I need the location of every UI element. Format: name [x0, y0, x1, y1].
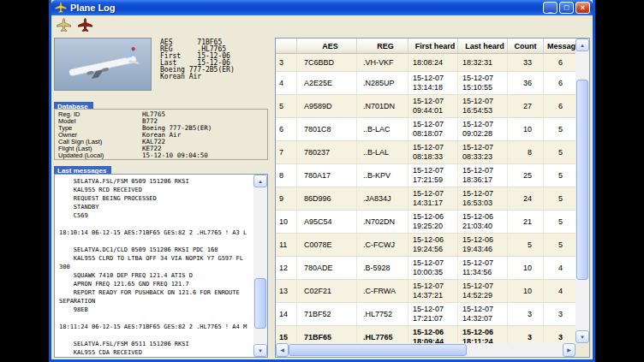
table-vscroll-thumb[interactable] — [576, 80, 588, 281]
cell-count: 10 — [508, 280, 544, 302]
column-header-last-heard[interactable]: Last heard — [458, 39, 508, 53]
window-controls: _ □ × — [541, 2, 590, 14]
table-body: 37C6BBD.VH-VKF18:08:2418:32:313364A2E25E… — [276, 54, 575, 343]
cell-message-count: 5 — [544, 211, 575, 233]
database-field-label: Updated (Local) — [58, 152, 142, 159]
column-header-first-heard[interactable]: First heard — [408, 39, 458, 53]
cell-first-heard: 15-12-07 13:14:18 — [408, 72, 458, 94]
table-row[interactable]: 37C6BBD.VH-VKF18:08:2418:32:31336 — [276, 54, 575, 72]
column-header-aes[interactable]: AES — [297, 39, 357, 53]
minimize-button[interactable]: _ — [543, 2, 558, 14]
messages-scroll-thumb[interactable] — [254, 278, 266, 329]
cell-row-number: 5 — [276, 95, 297, 117]
table-row[interactable]: 4A2E25E.N285UP15-12-07 13:14:1815-12-07 … — [276, 72, 575, 95]
scroll-down-arrow-icon[interactable]: ▼ — [253, 344, 267, 357]
cell-aes: 71BF52 — [297, 303, 357, 325]
cell-row-number: 13 — [276, 280, 297, 302]
aircraft-photo — [54, 38, 152, 91]
cell-first-heard: 15-12-06 19:24:56 — [408, 234, 458, 256]
table-row[interactable]: 8780A17..B-KPV15-12-07 17:21:5915-12-07 … — [276, 164, 575, 187]
cell-aes: 7C6BBD — [297, 54, 357, 71]
table-hscroll-track[interactable] — [289, 343, 563, 357]
cell-last-heard: 15-12-07 14:52:29 — [458, 280, 508, 302]
aircraft-header: AES 71BF65 REG .HL7765 First 15-12-06 La… — [54, 38, 268, 91]
cell-last-heard: 15-12-07 09:02:28 — [458, 118, 508, 140]
cell-reg: .B-5928 — [357, 257, 408, 279]
cell-first-heard: 15-12-07 17:21:59 — [408, 164, 458, 187]
table-grid: AESREGFirst heardLast heardCountMessage … — [276, 39, 575, 343]
toolbar-plane-log-button[interactable] — [55, 16, 72, 33]
table-row[interactable]: 1571BF65.HL776515-12-06 18:09:4415-12-06… — [276, 326, 575, 343]
cell-count: 5 — [508, 234, 544, 256]
cell-aes: C02F21 — [297, 280, 357, 302]
table-hscroll-thumb[interactable] — [289, 344, 467, 356]
maximize-button[interactable]: □ — [559, 2, 574, 14]
cell-last-heard: 15-12-07 11:34:56 — [458, 257, 508, 279]
table-horizontal-scrollbar[interactable]: ◀ ▶ — [276, 343, 575, 357]
table-row[interactable]: 10A95C54.N702DN15-12-06 19:25:2015-12-06… — [276, 211, 575, 234]
cell-aes: A95C54 — [297, 211, 357, 233]
column-header-reg[interactable]: REG — [357, 39, 408, 53]
cell-message-count: 5 — [544, 118, 575, 140]
cell-aes: C0078E — [297, 234, 357, 256]
messages-text: SELATVA.FSL/FSM 0509 151206 RKSI KAL955 … — [55, 175, 267, 358]
scroll-right-arrow-icon[interactable]: ▶ — [563, 343, 575, 357]
column-header-count[interactable]: Count — [508, 39, 544, 53]
table-row[interactable]: 986D996.JA834J15-12-07 14:31:1715-12-07 … — [276, 187, 575, 211]
window-title: Plane Log — [70, 3, 541, 13]
table-row[interactable]: 5A9589D.N701DN15-12-07 09:44:0115-12-07 … — [276, 95, 575, 118]
cell-row-number: 14 — [276, 303, 297, 325]
cell-row-number: 12 — [276, 257, 297, 279]
cell-last-heard: 15-12-07 16:54:53 — [458, 95, 508, 117]
scroll-down-arrow-icon[interactable]: ▼ — [575, 330, 589, 343]
cell-last-heard: 15-12-06 19:43:46 — [458, 234, 508, 256]
messages-scrollbar[interactable]: ▲ ▼ — [253, 175, 267, 357]
table-row[interactable]: 7780237..B-LAL15-12-07 08:18:3315-12-07 … — [276, 141, 575, 164]
table-row[interactable]: 12780ADE.B-592815-12-07 10:00:3515-12-07… — [276, 257, 575, 280]
cell-row-number: 7 — [276, 141, 297, 163]
cell-first-heard: 15-12-06 19:25:20 — [408, 211, 458, 233]
cell-message-count: 6 — [544, 72, 575, 94]
title-bar[interactable]: Plane Log _ □ × — [51, 0, 593, 15]
scroll-up-arrow-icon[interactable]: ▲ — [253, 175, 267, 187]
cell-aes: 71BF65 — [297, 326, 357, 343]
database-field-row: Updated (Local)15-12-10 09:04:50 — [58, 152, 264, 159]
table-row[interactable]: 13C02F21.C-FRWA15-12-07 14:37:2115-12-07… — [276, 280, 575, 303]
cell-aes: 780237 — [297, 141, 357, 163]
cell-count: 33 — [508, 54, 544, 71]
messages-panel[interactable]: SELATVA.FSL/FSM 0509 151206 RKSI KAL955 … — [54, 174, 268, 358]
cell-first-heard: 15-12-07 17:21:07 — [408, 303, 458, 325]
database-field-value: 15-12-10 09:04:50 — [142, 152, 208, 159]
cell-count: 8 — [508, 141, 544, 163]
table-row[interactable]: 11C0078E.C-FCWJ15-12-06 19:24:5615-12-06… — [276, 234, 575, 257]
cell-last-heard: 15-12-06 18:11:24 — [458, 326, 508, 343]
left-panel: AES 71BF65 REG .HL7765 First 15-12-06 La… — [54, 36, 268, 358]
cell-first-heard: 15-12-07 08:18:07 — [408, 118, 458, 140]
cell-message-count: 3 — [544, 326, 575, 343]
aircraft-summary: AES 71BF65 REG .HL7765 First 15-12-06 La… — [160, 39, 235, 91]
table-row[interactable]: 67801C8..B-LAC15-12-07 08:18:0715-12-07 … — [276, 118, 575, 141]
cell-row-number: 11 — [276, 234, 297, 256]
korean-air-777-photo — [55, 39, 151, 90]
cell-aes: 7801C8 — [297, 118, 357, 140]
messages-scroll-track[interactable] — [253, 187, 267, 344]
scroll-left-arrow-icon[interactable]: ◀ — [276, 343, 289, 357]
column-header-rownum[interactable] — [276, 39, 297, 53]
cell-first-heard: 15-12-07 10:00:35 — [408, 257, 458, 279]
plane-log-icon — [57, 18, 71, 33]
table-vscroll-track[interactable] — [575, 51, 589, 330]
column-header-message-cou[interactable]: Message cou — [544, 39, 575, 53]
toolbar — [51, 15, 593, 34]
table-vertical-scrollbar[interactable]: ▲ ▼ — [575, 39, 589, 343]
scroll-up-arrow-icon[interactable]: ▲ — [575, 39, 589, 51]
close-button[interactable]: × — [575, 2, 590, 14]
cell-aes: A9589D — [297, 95, 357, 117]
right-panel: AESREGFirst heardLast heardCountMessage … — [275, 36, 590, 358]
cell-first-heard: 15-12-07 09:44:01 — [408, 95, 458, 117]
table-row[interactable]: 1471BF52.HL775215-12-07 17:21:0715-12-07… — [276, 303, 575, 326]
aircraft-table: AESREGFirst heardLast heardCountMessage … — [275, 38, 590, 358]
cell-first-heard: 15-12-07 08:18:33 — [408, 141, 458, 163]
toolbar-red-plane-button[interactable] — [76, 16, 93, 33]
cell-last-heard: 15-12-07 18:36:17 — [458, 164, 508, 187]
cell-last-heard: 18:32:31 — [458, 54, 508, 71]
